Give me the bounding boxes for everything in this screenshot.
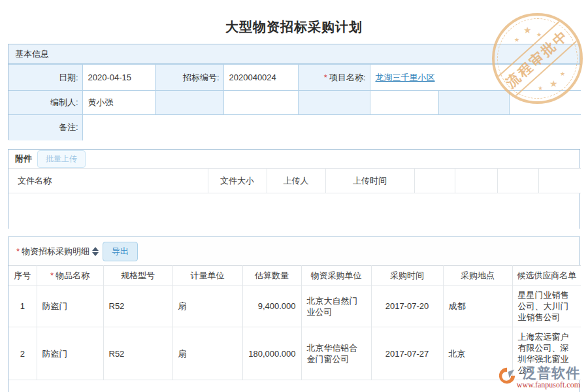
empty-value-cell	[509, 91, 581, 115]
detail-title: 物资招标采购明细	[22, 246, 90, 257]
detail-table: 序号 *物品名称 规格型号 计量单位 估算数量 物资采购单位 采购时间 采购地点…	[8, 265, 581, 380]
cell-seq: 1	[8, 286, 37, 327]
col-file-name: 文件名称	[8, 169, 208, 193]
cell-candidate-suppliers: 星星门业销售公司、大川门业销售公司	[512, 286, 581, 327]
export-button[interactable]: 导出	[103, 242, 138, 261]
col-empty	[414, 169, 455, 193]
basic-info-section: 基本信息 日期: 2020-04-15 招标编号: 2020040024 *项目…	[8, 44, 580, 140]
table-row: 2 防盗门 R52 扇 180,000.000 北京华信铝合金门窗公司 2017…	[8, 327, 581, 380]
vendor-url: www.fanpusoft.com	[517, 380, 580, 389]
cell-seq: 2	[8, 327, 37, 380]
cell-spec-model: R52	[103, 327, 172, 380]
attachments-title: 附件	[15, 153, 32, 165]
vendor-logo-text: 泛普软件 www.fanpusoft.com	[517, 366, 580, 389]
star-icon: ★	[514, 37, 519, 43]
col-empty	[455, 169, 497, 193]
required-mark: *	[50, 270, 54, 280]
attachments-table: 文件名称 文件大小 上传人 上传时间	[8, 168, 581, 193]
basic-info-grid: 日期: 2020-04-15 招标编号: 2020040024 *项目名称: 龙…	[8, 64, 581, 140]
col-upload-time: 上传时间	[325, 169, 414, 193]
col-uploader: 上传人	[267, 169, 325, 193]
empty-value-cell	[370, 91, 438, 115]
date-label: 日期:	[8, 65, 82, 91]
empty-value-cell	[223, 91, 298, 115]
creator-label: 编制人:	[8, 91, 82, 115]
cell-purchase-place: 成都	[443, 286, 512, 327]
empty-label-cell	[155, 91, 223, 115]
cell-est-qty: 9,400.000	[242, 286, 301, 327]
sort-up-icon	[92, 247, 99, 251]
col-spec-model: 规格型号	[103, 266, 172, 286]
bid-no-value: 2020040024	[223, 65, 298, 91]
cell-est-qty: 180,000.000	[242, 327, 301, 380]
attachments-section: 附件 批量上传 文件名称 文件大小 上传人 上传时间	[8, 149, 580, 229]
col-empty	[497, 169, 538, 193]
remark-value	[82, 115, 581, 140]
cell-purchase-org: 北京大自然门业公司	[301, 286, 371, 327]
batch-upload-button[interactable]: 批量上传	[37, 150, 86, 168]
detail-header: * 物资招标采购明细 导出	[8, 237, 580, 265]
required-mark: *	[324, 73, 327, 82]
creator-value: 黄小强	[82, 91, 155, 115]
col-candidate-suppliers: 候选供应商名单	[512, 266, 581, 286]
col-seq: 序号	[8, 266, 37, 286]
basic-info-header: 基本信息	[8, 44, 580, 64]
col-file-size: 文件大小	[208, 169, 267, 193]
page-title: 大型物资招标采购计划	[0, 18, 588, 36]
project-name-cell: 龙湖三千里小区	[370, 65, 581, 91]
cell-item-name: 防盗门	[37, 286, 103, 327]
col-item-name: *物品名称	[37, 266, 103, 286]
empty-label-cell	[298, 91, 370, 115]
cell-unit: 扇	[172, 286, 242, 327]
date-value: 2020-04-15	[82, 65, 155, 91]
vendor-brand: 泛普软件	[523, 366, 580, 380]
cell-spec-model: R52	[103, 286, 172, 327]
sort-down-icon	[92, 252, 99, 256]
cell-purchase-org: 北京华信铝合金门窗公司	[301, 327, 371, 380]
col-purchase-org: 物资采购单位	[301, 266, 371, 286]
project-name-label: *项目名称:	[298, 65, 370, 91]
remark-label: 备注:	[8, 115, 82, 140]
col-est-qty: 估算数量	[242, 266, 301, 286]
vendor-logo: 泛普软件 www.fanpusoft.com	[498, 366, 580, 389]
project-name-link[interactable]: 龙湖三千里小区	[376, 73, 435, 82]
cell-unit: 扇	[172, 327, 242, 380]
cell-purchase-time: 2017-07-20	[371, 286, 443, 327]
detail-empty-body	[8, 380, 580, 392]
cell-item-name: 防盗门	[37, 327, 103, 380]
detail-header-row: 序号 *物品名称 规格型号 计量单位 估算数量 物资采购单位 采购时间 采购地点…	[8, 266, 581, 286]
sort-arrows-icon[interactable]	[92, 247, 99, 256]
empty-label-cell	[438, 91, 509, 115]
table-row: 1 防盗门 R52 扇 9,400.000 北京大自然门业公司 2017-07-…	[8, 286, 581, 327]
col-unit: 计量单位	[172, 266, 242, 286]
col-purchase-place: 采购地点	[443, 266, 512, 286]
cell-purchase-time: 2017-07-27	[371, 327, 443, 380]
detail-section: * 物资招标采购明细 导出 序号 *物品名称 规格型号 计量单位 估算数量 物资…	[8, 237, 580, 392]
attachments-header: 附件 批量上传	[8, 150, 580, 168]
page: 大型物资招标采购计划 流程审批中 ★ ★ ★ ★ ★ ★ 基本信息 日期: 20…	[0, 0, 588, 392]
bid-no-label: 招标编号:	[155, 65, 223, 91]
attachments-empty-body	[8, 193, 580, 229]
col-purchase-time: 采购时间	[371, 266, 443, 286]
vendor-logo-icon	[498, 367, 515, 386]
col-empty	[538, 169, 581, 193]
required-mark: *	[16, 246, 20, 256]
